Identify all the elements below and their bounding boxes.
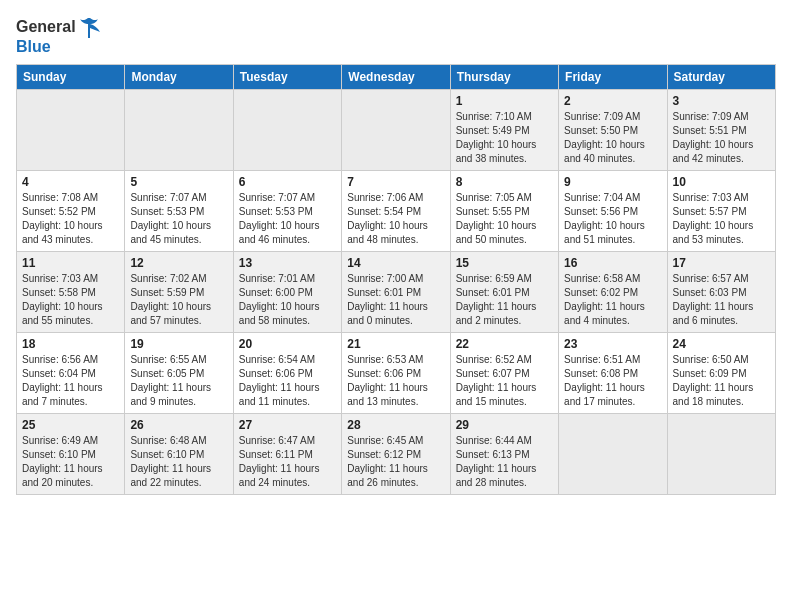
calendar-cell: 29Sunrise: 6:44 AM Sunset: 6:13 PM Dayli… (450, 413, 558, 494)
day-info: Sunrise: 7:07 AM Sunset: 5:53 PM Dayligh… (130, 191, 227, 247)
calendar-cell: 27Sunrise: 6:47 AM Sunset: 6:11 PM Dayli… (233, 413, 341, 494)
day-number: 25 (22, 418, 119, 432)
day-info: Sunrise: 7:07 AM Sunset: 5:53 PM Dayligh… (239, 191, 336, 247)
day-info: Sunrise: 7:00 AM Sunset: 6:01 PM Dayligh… (347, 272, 444, 328)
day-info: Sunrise: 6:58 AM Sunset: 6:02 PM Dayligh… (564, 272, 661, 328)
day-info: Sunrise: 7:03 AM Sunset: 5:58 PM Dayligh… (22, 272, 119, 328)
day-number: 29 (456, 418, 553, 432)
calendar-cell: 20Sunrise: 6:54 AM Sunset: 6:06 PM Dayli… (233, 332, 341, 413)
calendar-cell: 19Sunrise: 6:55 AM Sunset: 6:05 PM Dayli… (125, 332, 233, 413)
day-number: 28 (347, 418, 444, 432)
header-saturday: Saturday (667, 64, 775, 89)
day-info: Sunrise: 7:01 AM Sunset: 6:00 PM Dayligh… (239, 272, 336, 328)
day-info: Sunrise: 7:06 AM Sunset: 5:54 PM Dayligh… (347, 191, 444, 247)
day-number: 11 (22, 256, 119, 270)
day-number: 4 (22, 175, 119, 189)
day-number: 26 (130, 418, 227, 432)
calendar-cell: 24Sunrise: 6:50 AM Sunset: 6:09 PM Dayli… (667, 332, 775, 413)
day-number: 24 (673, 337, 770, 351)
day-number: 27 (239, 418, 336, 432)
day-info: Sunrise: 6:50 AM Sunset: 6:09 PM Dayligh… (673, 353, 770, 409)
day-number: 22 (456, 337, 553, 351)
day-number: 18 (22, 337, 119, 351)
day-number: 1 (456, 94, 553, 108)
week-row-2: 4Sunrise: 7:08 AM Sunset: 5:52 PM Daylig… (17, 170, 776, 251)
calendar-cell: 10Sunrise: 7:03 AM Sunset: 5:57 PM Dayli… (667, 170, 775, 251)
page-header: General Blue (16, 16, 776, 56)
calendar-cell: 7Sunrise: 7:06 AM Sunset: 5:54 PM Daylig… (342, 170, 450, 251)
day-number: 20 (239, 337, 336, 351)
week-row-5: 25Sunrise: 6:49 AM Sunset: 6:10 PM Dayli… (17, 413, 776, 494)
calendar-cell: 22Sunrise: 6:52 AM Sunset: 6:07 PM Dayli… (450, 332, 558, 413)
day-info: Sunrise: 6:48 AM Sunset: 6:10 PM Dayligh… (130, 434, 227, 490)
day-number: 21 (347, 337, 444, 351)
day-info: Sunrise: 6:51 AM Sunset: 6:08 PM Dayligh… (564, 353, 661, 409)
calendar-cell: 21Sunrise: 6:53 AM Sunset: 6:06 PM Dayli… (342, 332, 450, 413)
day-number: 5 (130, 175, 227, 189)
calendar-cell (559, 413, 667, 494)
logo: General Blue (16, 16, 100, 56)
logo-bird-icon (78, 16, 100, 38)
day-info: Sunrise: 6:59 AM Sunset: 6:01 PM Dayligh… (456, 272, 553, 328)
day-number: 15 (456, 256, 553, 270)
day-number: 9 (564, 175, 661, 189)
calendar-cell: 8Sunrise: 7:05 AM Sunset: 5:55 PM Daylig… (450, 170, 558, 251)
day-info: Sunrise: 7:08 AM Sunset: 5:52 PM Dayligh… (22, 191, 119, 247)
calendar-cell: 18Sunrise: 6:56 AM Sunset: 6:04 PM Dayli… (17, 332, 125, 413)
calendar-cell: 26Sunrise: 6:48 AM Sunset: 6:10 PM Dayli… (125, 413, 233, 494)
calendar-cell (17, 89, 125, 170)
calendar-cell (342, 89, 450, 170)
logo-blue: Blue (16, 38, 100, 56)
calendar-cell: 23Sunrise: 6:51 AM Sunset: 6:08 PM Dayli… (559, 332, 667, 413)
calendar-cell: 3Sunrise: 7:09 AM Sunset: 5:51 PM Daylig… (667, 89, 775, 170)
day-info: Sunrise: 6:57 AM Sunset: 6:03 PM Dayligh… (673, 272, 770, 328)
calendar-cell: 17Sunrise: 6:57 AM Sunset: 6:03 PM Dayli… (667, 251, 775, 332)
calendar-cell: 9Sunrise: 7:04 AM Sunset: 5:56 PM Daylig… (559, 170, 667, 251)
calendar-cell: 11Sunrise: 7:03 AM Sunset: 5:58 PM Dayli… (17, 251, 125, 332)
day-info: Sunrise: 7:03 AM Sunset: 5:57 PM Dayligh… (673, 191, 770, 247)
day-number: 10 (673, 175, 770, 189)
day-info: Sunrise: 7:05 AM Sunset: 5:55 PM Dayligh… (456, 191, 553, 247)
calendar-cell: 28Sunrise: 6:45 AM Sunset: 6:12 PM Dayli… (342, 413, 450, 494)
day-info: Sunrise: 6:52 AM Sunset: 6:07 PM Dayligh… (456, 353, 553, 409)
header-thursday: Thursday (450, 64, 558, 89)
day-info: Sunrise: 6:56 AM Sunset: 6:04 PM Dayligh… (22, 353, 119, 409)
calendar-cell: 4Sunrise: 7:08 AM Sunset: 5:52 PM Daylig… (17, 170, 125, 251)
day-number: 2 (564, 94, 661, 108)
calendar-cell: 14Sunrise: 7:00 AM Sunset: 6:01 PM Dayli… (342, 251, 450, 332)
calendar-cell: 5Sunrise: 7:07 AM Sunset: 5:53 PM Daylig… (125, 170, 233, 251)
calendar-cell: 15Sunrise: 6:59 AM Sunset: 6:01 PM Dayli… (450, 251, 558, 332)
calendar-cell (233, 89, 341, 170)
calendar-cell: 12Sunrise: 7:02 AM Sunset: 5:59 PM Dayli… (125, 251, 233, 332)
day-info: Sunrise: 6:47 AM Sunset: 6:11 PM Dayligh… (239, 434, 336, 490)
day-info: Sunrise: 6:54 AM Sunset: 6:06 PM Dayligh… (239, 353, 336, 409)
logo-general: General (16, 18, 76, 36)
calendar-cell: 16Sunrise: 6:58 AM Sunset: 6:02 PM Dayli… (559, 251, 667, 332)
header-sunday: Sunday (17, 64, 125, 89)
calendar-cell: 1Sunrise: 7:10 AM Sunset: 5:49 PM Daylig… (450, 89, 558, 170)
day-info: Sunrise: 7:02 AM Sunset: 5:59 PM Dayligh… (130, 272, 227, 328)
calendar-cell: 6Sunrise: 7:07 AM Sunset: 5:53 PM Daylig… (233, 170, 341, 251)
week-row-3: 11Sunrise: 7:03 AM Sunset: 5:58 PM Dayli… (17, 251, 776, 332)
day-number: 3 (673, 94, 770, 108)
day-number: 13 (239, 256, 336, 270)
day-number: 7 (347, 175, 444, 189)
day-number: 14 (347, 256, 444, 270)
day-info: Sunrise: 6:44 AM Sunset: 6:13 PM Dayligh… (456, 434, 553, 490)
day-info: Sunrise: 7:04 AM Sunset: 5:56 PM Dayligh… (564, 191, 661, 247)
header-friday: Friday (559, 64, 667, 89)
week-row-1: 1Sunrise: 7:10 AM Sunset: 5:49 PM Daylig… (17, 89, 776, 170)
calendar-cell (125, 89, 233, 170)
day-number: 16 (564, 256, 661, 270)
day-info: Sunrise: 7:09 AM Sunset: 5:51 PM Dayligh… (673, 110, 770, 166)
day-info: Sunrise: 7:09 AM Sunset: 5:50 PM Dayligh… (564, 110, 661, 166)
day-number: 19 (130, 337, 227, 351)
day-info: Sunrise: 6:55 AM Sunset: 6:05 PM Dayligh… (130, 353, 227, 409)
calendar-cell: 25Sunrise: 6:49 AM Sunset: 6:10 PM Dayli… (17, 413, 125, 494)
header-wednesday: Wednesday (342, 64, 450, 89)
header-tuesday: Tuesday (233, 64, 341, 89)
week-row-4: 18Sunrise: 6:56 AM Sunset: 6:04 PM Dayli… (17, 332, 776, 413)
day-number: 8 (456, 175, 553, 189)
calendar-cell (667, 413, 775, 494)
calendar-table: SundayMondayTuesdayWednesdayThursdayFrid… (16, 64, 776, 495)
